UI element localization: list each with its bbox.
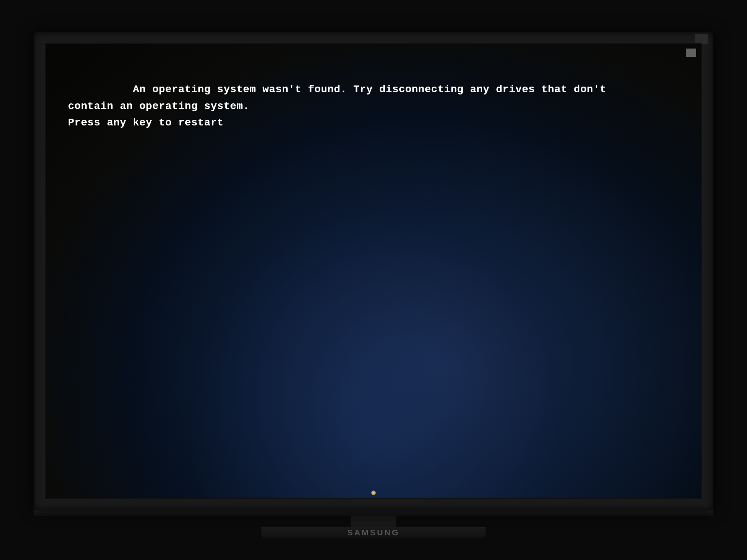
samsung-logo-area: SAMSUNG — [347, 528, 400, 538]
photo-frame: An operating system wasn't found. Try di… — [19, 22, 728, 538]
monitor-screen: An operating system wasn't found. Try di… — [45, 43, 702, 499]
error-line2: contain an operating system. — [68, 100, 249, 112]
samsung-logo: SAMSUNG — [347, 528, 400, 538]
error-line1: An operating system wasn't found. Try di… — [133, 84, 606, 95]
camera-bezel — [695, 34, 708, 44]
screen-content: An operating system wasn't found. Try di… — [46, 44, 701, 498]
monitor-bottom-bar — [34, 509, 713, 516]
monitor-outer: An operating system wasn't found. Try di… — [34, 32, 713, 510]
monitor-stand-base: SAMSUNG — [261, 527, 486, 538]
error-line3: Press any key to restart — [68, 117, 224, 128]
screen-bottom-light — [371, 491, 376, 495]
monitor-stand-neck — [351, 516, 396, 527]
error-message: An operating system wasn't found. Try di… — [68, 65, 679, 148]
